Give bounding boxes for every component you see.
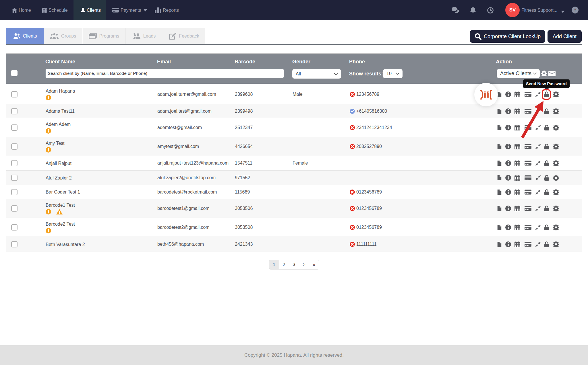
- svg-text:?: ?: [574, 8, 577, 12]
